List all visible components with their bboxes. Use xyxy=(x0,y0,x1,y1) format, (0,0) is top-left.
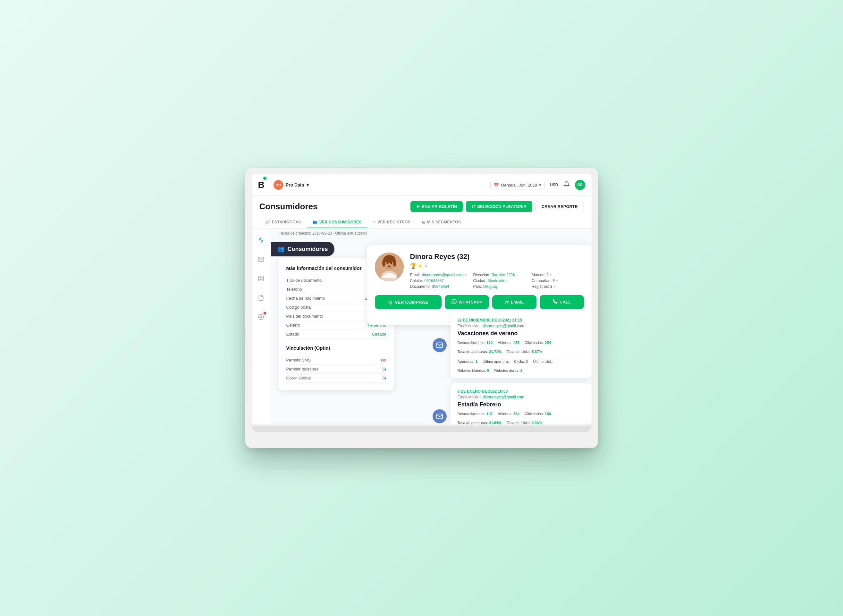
dropdown-icon: ▾ xyxy=(307,182,309,188)
calendar-icon: 📅 xyxy=(494,183,499,188)
phone-icon xyxy=(552,299,558,305)
optin-value: Sí xyxy=(382,375,386,380)
profile-meta-grid: Email: dinorareyes@gmail.com ▾ Dirección… xyxy=(410,273,584,289)
creation-bar: Fecha de creación: 2017-09-20 · Última a… xyxy=(271,229,592,238)
phone-value: 091644887 xyxy=(424,279,444,283)
meta-phone: Celular: 091644887 xyxy=(410,279,467,283)
consumer-label-text: Consumidores xyxy=(288,246,328,252)
user-avatar[interactable]: SB xyxy=(575,180,585,190)
sidebar-item-chart[interactable] xyxy=(255,234,267,246)
stat-desus-1: Desuscripciones: 110 xyxy=(458,341,493,345)
page-header: Consumidores ✈ ENVIAR BOLETÍN ⇄ SELECCIÓ… xyxy=(252,196,592,229)
nav-tabs: 📈 ESTADÍSTICAS 👥 VER CONSUMIDORES ≡ VER … xyxy=(259,217,584,228)
list-icon: ≡ xyxy=(373,220,376,224)
stat-abiertos-1: Abiertos: 455 xyxy=(498,341,520,345)
call-button[interactable]: CALL xyxy=(540,295,584,309)
postal-label: Código postal xyxy=(286,305,312,309)
timeline-stats-2a: Desuscripciones: 197 Abiertos: 334 Click… xyxy=(458,412,585,424)
profile-header: Dinora Reyes (32) 🏆 ★ ▲ Email: dino xyxy=(375,252,584,289)
stat-abiertos-2: Abiertos: 334 xyxy=(498,412,520,416)
brand-selector[interactable]: PD Pro Data ▾ xyxy=(270,178,313,192)
logo-dot xyxy=(263,177,266,180)
brands-dropdown[interactable]: ▾ xyxy=(550,273,552,277)
ver-compras-button[interactable]: ◎ VER COMPRAS xyxy=(375,295,442,309)
campaigns-count: 6 xyxy=(552,279,555,283)
send-bulletin-button[interactable]: ✈ ENVIAR BOLETÍN xyxy=(410,201,463,212)
email-dropdown[interactable]: ▾ xyxy=(465,273,467,277)
stat-clicks-1: Tasa de clicks: 5.67% xyxy=(507,350,542,353)
meta-email: Email: dinorareyes@gmail.com ▾ xyxy=(410,273,467,277)
tab-ver-consumidores[interactable]: 👥 VER CONSUMIDORES xyxy=(307,217,367,228)
document-value: 36849654 xyxy=(432,284,449,289)
stat2-clicks-1: Clicks: 2 xyxy=(514,359,528,364)
svg-point-12 xyxy=(393,259,397,267)
date-label: Mensual: Jun, 2019 xyxy=(501,183,537,188)
tab-ver-registros[interactable]: ≡ VER REGISTROS xyxy=(367,217,416,228)
birthdate-label: Fecha de nacimiento xyxy=(286,296,325,301)
page-content: Fecha de creación: 2017-09-20 · Última a… xyxy=(271,229,592,424)
phone-label: Teléfono xyxy=(286,287,302,292)
newsletters-label: Permitir boletines xyxy=(286,367,319,371)
random-selection-button[interactable]: ⇄ SELECCIÓN ALEATORIA xyxy=(466,201,532,212)
address-value: Barreiro 2336 xyxy=(492,273,515,277)
tab-mis-segmentos[interactable]: ◎ MIS SEGMENTOS xyxy=(416,217,467,228)
laptop-screen: B PD Pro Data ▾ 📅 Men xyxy=(252,175,592,424)
star-1: ★ xyxy=(418,263,422,269)
records-dropdown[interactable]: ▾ xyxy=(554,284,556,289)
timeline-title-1: Vacaciones de verano xyxy=(458,330,585,337)
date-chevron: ▾ xyxy=(539,183,541,188)
sidebar-item-table[interactable] xyxy=(255,272,267,285)
laptop-frame: B PD Pro Data ▾ 📅 Men xyxy=(245,168,598,448)
consumers-icon: 👥 xyxy=(278,245,285,252)
timeline-title-2: Estadía Febrero xyxy=(458,401,585,408)
optin-title: Vinculación (Optin) xyxy=(286,345,386,351)
sidebar-item-docs[interactable] xyxy=(255,291,267,304)
svg-rect-2 xyxy=(259,276,264,281)
creation-text: Fecha de creación: 2017-09-20 · Última a… xyxy=(279,231,367,236)
whatsapp-button[interactable]: WHATSAPP xyxy=(445,295,489,309)
create-report-button[interactable]: CREAR REPORTE xyxy=(536,201,584,212)
sidebar-item-email[interactable] xyxy=(255,253,267,266)
timeline-stats-2-1: Aperturas: 1 Última apertura: Clicks: 2 … xyxy=(458,357,585,373)
timeline-email-2: Email enviado dinorareyes@gmail.com xyxy=(458,395,585,399)
svg-point-13 xyxy=(386,263,388,264)
profile-stars: 🏆 ★ ▲ xyxy=(410,263,584,269)
email-button[interactable]: @ EMAIL xyxy=(492,295,536,309)
sms-value: No xyxy=(381,358,386,362)
timeline-email-link-2[interactable]: dinorareyes@gmail.com xyxy=(483,395,524,399)
stat-clicked-1: Clickeados: 254 xyxy=(524,341,551,345)
random-icon: ⇄ xyxy=(472,204,475,209)
svg-point-14 xyxy=(390,263,392,264)
page-title: Consumidores xyxy=(259,202,318,211)
timeline-item-1: 22 DE DICIEMBRE DE 202021 21:15 Email en… xyxy=(451,312,592,378)
doc-type-label: Tipo de documento xyxy=(286,278,322,283)
chart-icon: 📈 xyxy=(265,220,270,224)
meta-city: Ciudad: Montevideo xyxy=(473,279,525,283)
stat2-ultima-1: Última apertura: xyxy=(483,359,509,364)
stat-desus-2: Desuscripciones: 197 xyxy=(458,412,493,416)
bell-icon[interactable] xyxy=(563,181,570,189)
timeline-area: 22 DE DICIEMBRE DE 202021 21:15 Email en… xyxy=(431,312,592,424)
newsletters-value: Sí xyxy=(382,367,386,371)
brands-count: 1 xyxy=(547,273,549,277)
campaigns-dropdown[interactable]: ▾ xyxy=(556,279,558,283)
timeline-email-1: Email enviado dinorareyes@gmail.com xyxy=(458,324,585,328)
sidebar-item-settings[interactable] xyxy=(255,311,267,323)
currency-badge: USD xyxy=(550,183,558,187)
tab-estadisticas[interactable]: 📈 ESTADÍSTICAS xyxy=(259,217,307,228)
timeline-email-link-1[interactable]: dinorareyes@gmail.com xyxy=(483,324,524,328)
consumer-label: 👥 Consumidores xyxy=(271,242,335,257)
star-2: ▲ xyxy=(424,263,429,269)
country-doc-label: País del documento xyxy=(286,314,323,318)
stat-apertura-2: Tasa de aperturas: 21.64% xyxy=(458,421,501,424)
send-icon: ✈ xyxy=(416,204,420,209)
status-label: Estado xyxy=(286,332,299,336)
timeline-date-2: 8 DE ENERO DE 2022 16:00 xyxy=(458,389,585,393)
date-selector[interactable]: 📅 Mensual: Jun, 2019 ▾ xyxy=(490,181,545,189)
country-value: Uruguay xyxy=(483,284,498,289)
svg-point-11 xyxy=(382,259,385,267)
meta-country: País: Uruguay xyxy=(473,284,525,289)
users-icon: 👥 xyxy=(313,220,317,224)
city-value: Montevideo xyxy=(488,279,508,283)
profile-actions: ◎ VER COMPRAS WHATSAPP xyxy=(375,295,584,309)
